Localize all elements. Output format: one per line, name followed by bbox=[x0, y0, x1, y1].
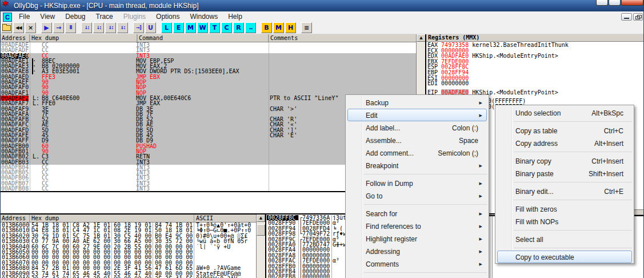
trace-into-button[interactable]: ⇓: bbox=[105, 22, 116, 33]
menu-item-undo-selection[interactable]: Undo selectionAlt+BkSpc bbox=[497, 106, 632, 119]
executables-window-button[interactable]: E bbox=[173, 22, 184, 33]
pause-button[interactable]: II bbox=[65, 22, 76, 33]
cpu-window-icon[interactable]: C bbox=[3, 13, 12, 22]
menu-item-backup[interactable]: Backup▶ bbox=[347, 96, 487, 109]
menu-item-assemble[interactable]: Assemble...Space bbox=[347, 134, 487, 146]
dump-row[interactable]: 013B6010D4 E8 18 01C4 47 1C 0108 2E 19 0… bbox=[0, 228, 266, 233]
menu-item-follow-in-dump[interactable]: Follow in Dump▶ bbox=[347, 177, 487, 189]
scroll-up-icon[interactable]: ▲ bbox=[417, 34, 426, 42]
menu-item-highlight-register[interactable]: Highlight register▶ bbox=[347, 232, 487, 245]
menubar-item-view[interactable]: View bbox=[35, 11, 60, 22]
jump-marker-icon bbox=[29, 53, 42, 58]
step-into-button[interactable]: ↓: bbox=[81, 22, 92, 33]
run-button[interactable]: ▶ bbox=[41, 22, 52, 33]
dump-scrollbar[interactable]: ▲ bbox=[256, 215, 265, 278]
dump-row[interactable]: 013B604060 6C 7C 0060 27 9E 0020 2B 55 0… bbox=[0, 244, 266, 249]
disasm-row[interactable]: 00ADFAEDFFE3JMP EBX bbox=[0, 74, 416, 80]
dump-row[interactable]: 013B602030 29 1D 015C 75 1B 0130 C5 40 0… bbox=[0, 233, 266, 239]
menubar-item-file[interactable]: File bbox=[14, 11, 35, 22]
restart-button[interactable]: ◀◀ bbox=[13, 22, 24, 33]
submenu-arrow-icon: ▶ bbox=[479, 245, 482, 258]
disasm-row[interactable]: 00ADFAE8·A3 E03E5001MOV DWORD PTR DS:[15… bbox=[0, 69, 416, 74]
menu-item-find-references-to[interactable]: Find references to▶ bbox=[347, 220, 487, 232]
menu-item-fill-with-nops[interactable]: Fill with NOPs bbox=[497, 215, 632, 228]
resume-button[interactable]: → bbox=[53, 22, 64, 33]
dump-row[interactable]: 013B606000 00 00 0000 00 00 0000 00 00 0… bbox=[0, 255, 266, 260]
menu-item-copy-address[interactable]: Copy addressAlt+Insert bbox=[497, 137, 632, 149]
menu-separator bbox=[514, 200, 632, 200]
menubar-item-options[interactable]: Options bbox=[151, 11, 185, 22]
register-row[interactable]: EDI 00000000 bbox=[426, 81, 644, 86]
menu-item-search-for[interactable]: Search for▶ bbox=[347, 207, 487, 220]
windows-window-button[interactable]: W bbox=[197, 22, 208, 33]
dump-pane[interactable]: AddressHex dumpASCII 013B600054 1B 18 01… bbox=[0, 215, 266, 278]
dump-row[interactable]: 013B605000 00 00 0000 00 00 0000 00 00 0… bbox=[0, 249, 266, 255]
menubar-item-trace[interactable]: Trace bbox=[91, 11, 118, 22]
menu-item-add-comment[interactable]: Add comment...Semicolon (;) bbox=[347, 146, 487, 159]
menu-item-shortcut: Semicolon (;) bbox=[438, 147, 478, 160]
minimize-button[interactable] bbox=[596, 0, 608, 6]
cpu-window-button[interactable]: C bbox=[221, 22, 232, 33]
disasm-row[interactable]: 00ADFAE3·B8 02000000MOV EAX,2 bbox=[0, 63, 416, 69]
disasm-row[interactable]: 00ADFADFCCINT3 bbox=[0, 47, 416, 53]
menu-item-binary-copy[interactable]: Binary copyCtrl+Insert bbox=[497, 154, 632, 167]
dump-row[interactable]: 013B608084 57 2B 0100 00 00 002E 3F 41 5… bbox=[0, 265, 266, 271]
disasm-row[interactable]: 00ADFAEF90NOP bbox=[0, 80, 416, 85]
go-to-user-code-button[interactable]: U bbox=[145, 22, 156, 33]
pane-splitter[interactable] bbox=[633, 209, 644, 215]
menu-item-copy-to-executable[interactable]: Copy to executable bbox=[497, 251, 632, 263]
trace-over-button[interactable]: ⇓: bbox=[117, 22, 128, 33]
menu-item-select-all[interactable]: Select all bbox=[497, 233, 632, 245]
menu-item-binary-edit[interactable]: Binary edit...Ctrl+E bbox=[497, 185, 632, 197]
memory-window-button[interactable]: M bbox=[185, 22, 196, 33]
until-return-button[interactable]: →] bbox=[133, 22, 144, 33]
memory-map-button[interactable]: M bbox=[273, 22, 284, 33]
dump-bytes: 00 00 00 00 bbox=[153, 244, 194, 249]
titlebar[interactable]: * OllyDbg - HKShip.exe - [CPU - main thr… bbox=[0, 0, 644, 11]
registers-window-button[interactable]: R bbox=[233, 22, 244, 33]
disasm-row[interactable]: 00ADFAE1·8BECMOV EBP,ESP bbox=[0, 58, 416, 63]
breakpoints-window-button[interactable]: B bbox=[261, 22, 272, 33]
menu-item-comments[interactable]: Comments▶ bbox=[347, 257, 487, 270]
disasm-address: 00ADFB08 bbox=[0, 186, 29, 191]
menu-item-binary-paste[interactable]: Binary pasteShift+Insert bbox=[497, 167, 632, 180]
menubar-item-help[interactable]: Help bbox=[223, 11, 247, 22]
dump-row[interactable]: 013B6030C0 77 9A 00A0 AE 62 0030 66 A5 0… bbox=[0, 239, 266, 244]
menu-item-edit[interactable]: Edit▶ bbox=[347, 109, 487, 121]
disasm-row[interactable]: 00ADFADECCINT3 bbox=[0, 42, 416, 47]
close-button[interactable] bbox=[621, 0, 643, 6]
more-windows-button[interactable]: ... bbox=[245, 22, 256, 33]
dump-row[interactable]: 013B609053 74 61 7465 46 45 4055 46 47 4… bbox=[0, 271, 266, 276]
disasm-row[interactable]: 00ADFAF090NOP bbox=[0, 85, 416, 90]
menubar-item-windows[interactable]: Windows bbox=[185, 11, 223, 22]
maximize-button[interactable] bbox=[609, 0, 621, 6]
mdi-restore-button[interactable] bbox=[633, 13, 643, 21]
menu-item-analysis[interactable]: Analysis▶ bbox=[347, 275, 487, 278]
open-file-button[interactable] bbox=[1, 22, 12, 33]
disasm-comment bbox=[267, 58, 416, 63]
hit-trace-button[interactable]: H bbox=[285, 22, 296, 33]
mdi-minimize-button[interactable] bbox=[621, 13, 632, 21]
menu-item-breakpoint[interactable]: Breakpoint▶ bbox=[347, 159, 487, 172]
menu-item-go-to[interactable]: Go to▶ bbox=[347, 189, 487, 202]
step-over-button[interactable]: ↓: bbox=[93, 22, 104, 33]
jump-marker-icon bbox=[29, 85, 42, 90]
disasm-row[interactable]: 00ADFAE0CCINT3 bbox=[0, 53, 416, 58]
menu-item-fill-with-zeros[interactable]: Fill with zeros bbox=[497, 202, 632, 215]
options-button[interactable]: ≡ bbox=[301, 22, 312, 33]
scroll-up-icon[interactable]: ▲ bbox=[257, 215, 265, 222]
menu-item-shortcut: Space bbox=[459, 134, 478, 147]
menu-item-copy-as-table[interactable]: Copy as tableCtrl+C bbox=[497, 124, 632, 137]
menu-item-add-label[interactable]: Add label...Colon (:) bbox=[347, 121, 487, 134]
menu-item-addressing[interactable]: Addressing▶ bbox=[347, 245, 487, 257]
stack-value: │00000000 bbox=[299, 264, 332, 269]
jump-marker-icon: L. bbox=[29, 154, 42, 159]
close-button[interactable]: × bbox=[25, 22, 36, 33]
threads-window-button[interactable]: T bbox=[209, 22, 220, 33]
menubar-item-debug[interactable]: Debug bbox=[60, 11, 90, 22]
log-window-button[interactable]: L bbox=[161, 22, 172, 33]
dump-row[interactable]: 013B607000 00 00 0000 00 00 0000 00 00 0… bbox=[0, 260, 266, 265]
dump-row[interactable]: 013B600054 1B 18 01C8 A2 1E 0160 18 19 0… bbox=[0, 223, 266, 228]
scrollbar-thumb[interactable] bbox=[257, 224, 265, 236]
menu-item-label: Select all bbox=[515, 236, 543, 244]
